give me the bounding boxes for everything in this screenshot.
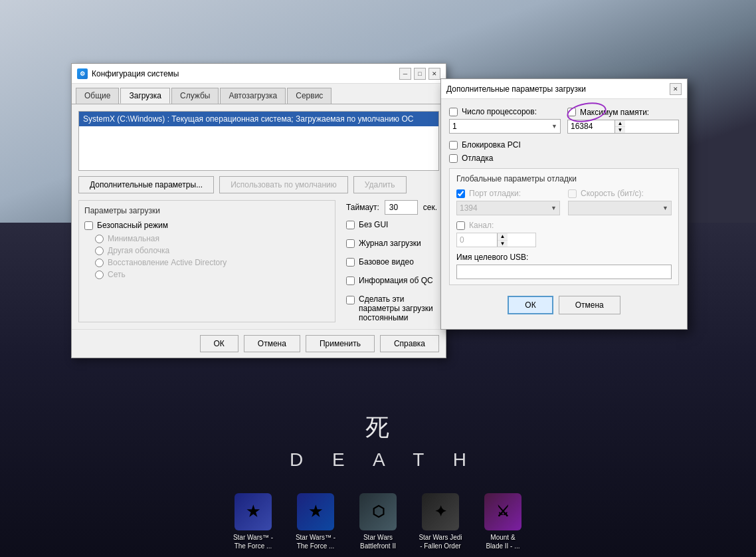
global-title: Глобальные параметры отладки [456, 174, 672, 183]
checkbox-persistent[interactable] [346, 296, 355, 304]
adv-top-row: Число процессоров: 1 ▼ Максимум памяти: … [449, 107, 679, 134]
taskbar-icon-sw2[interactable]: ★ Star Wars™ -The Force ... [290, 493, 341, 550]
speed-select: ▼ [568, 201, 672, 215]
debug-row: Отладка [449, 154, 679, 163]
taskbar-icon-img-swj: ✦ [422, 493, 459, 530]
taskbar-icon-swj[interactable]: ✦ Star Wars Jedi- Fallen Order [415, 493, 466, 550]
timeout-unit: сек. [423, 203, 437, 212]
checkbox-processors[interactable] [449, 108, 458, 116]
maxmem-input[interactable] [568, 120, 614, 133]
tab-general[interactable]: Общие [76, 88, 119, 104]
checkbox-pci[interactable] [449, 141, 458, 150]
radio-minimal-label: Минимальная [108, 234, 159, 243]
processors-label-text: Число процессоров: [462, 107, 537, 116]
taskbar-icon-img-sw2: ★ [297, 493, 334, 530]
footer-cancel-btn[interactable]: Отмена [244, 335, 300, 352]
footer-help-btn[interactable]: Справка [380, 335, 439, 352]
btn-default[interactable]: Использовать по умолчанию [219, 176, 348, 193]
tab-service[interactable]: Сервис [287, 88, 331, 104]
video-row: Базовое видео [346, 257, 439, 267]
radio-network-input[interactable] [95, 271, 104, 279]
params-title: Параметры загрузки [84, 206, 330, 215]
adv-checkboxes-row: Блокировка PCI Отладка [449, 140, 679, 163]
sysconfg-maximize-btn[interactable]: □ [414, 68, 426, 80]
advanced-cancel-btn[interactable]: Отмена [559, 296, 620, 314]
pci-row: Блокировка PCI [449, 140, 679, 150]
checkbox-safe[interactable] [84, 221, 93, 230]
usb-label: Имя целевого USB: [456, 253, 672, 262]
global-channel-label: Канал: [456, 221, 672, 230]
log-row: Журнал загрузки [346, 239, 439, 248]
adv-processors-label: Число процессоров: [449, 107, 561, 116]
timeout-input[interactable] [385, 200, 418, 215]
port-label-text: Порт отладки: [469, 189, 521, 198]
processors-select[interactable]: 1 ▼ [449, 119, 561, 134]
radio-ad-input[interactable] [95, 259, 104, 267]
checkbox-log[interactable] [346, 239, 355, 248]
sysconfg-close-btn[interactable]: ✕ [428, 68, 440, 80]
speed-label-text: Скорость (бит/с): [581, 189, 644, 198]
death-kanji: 死 [0, 411, 756, 444]
action-buttons: Дополнительные параметры... Использовать… [78, 176, 439, 193]
sysconfg-tabs: Общие Загрузка Службы Автозагрузка Серви… [72, 84, 446, 104]
checkbox-debug[interactable] [449, 154, 458, 163]
boot-list[interactable]: SystemX (C:\Windows) : Текущая операцион… [78, 111, 439, 171]
usb-input[interactable] [456, 265, 672, 279]
checkbox-nogui[interactable] [346, 221, 355, 229]
sysconfg-minimize-btn[interactable]: ─ [399, 68, 411, 80]
taskbar-icon-sw1[interactable]: ★ Star Wars™ -The Force ... [227, 493, 279, 550]
adv-processors-group: Число процессоров: 1 ▼ [449, 107, 561, 134]
processors-arrow: ▼ [551, 123, 557, 130]
checkbox-port[interactable] [456, 189, 465, 198]
sysconfg-window: ⚙ Конфигурация системы ─ □ ✕ Общие Загру… [71, 63, 446, 358]
btn-delete[interactable]: Удалить [353, 176, 407, 193]
checkbox-video[interactable] [346, 258, 355, 267]
radio-other-input[interactable] [95, 247, 104, 255]
channel-spinbox: ▲ ▼ [456, 233, 536, 247]
checkbox-maxmem[interactable] [567, 108, 576, 116]
taskbar-icon-img-mb: ⚔ [484, 493, 521, 530]
adv-maxmem-label: Максимум памяти: [567, 108, 679, 117]
advanced-close-btn[interactable]: ✕ [670, 83, 682, 95]
sysconfg-footer: ОК Отмена Применить Справка [72, 329, 446, 358]
death-logo: 死 D E A T H [0, 411, 756, 471]
advanced-body: Число процессоров: 1 ▼ Максимум памяти: … [441, 99, 687, 329]
radio-minimal-input[interactable] [95, 235, 104, 243]
right-checkboxes: Без GUI Журнал загрузки Базовое видео Ин… [346, 220, 439, 322]
radio-other: Другая оболочка [95, 246, 330, 255]
tab-boot[interactable]: Загрузка [120, 88, 170, 104]
port-value: 1394 [460, 203, 478, 213]
maxmem-spinbox: ▲ ▼ [567, 120, 679, 134]
maxmem-label-text: Максимум памяти: [580, 108, 649, 117]
global-speed-group: Скорость (бит/с): ▼ [568, 189, 672, 215]
maxmem-down-btn[interactable]: ▼ [615, 127, 625, 133]
boot-params-left: Параметры загрузки Безопасный режим Мини… [78, 200, 335, 322]
tab-services[interactable]: Службы [171, 88, 219, 104]
global-speed-label: Скорость (бит/с): [568, 189, 672, 198]
advanced-ok-btn[interactable]: ОК [508, 296, 553, 314]
global-port-group: Порт отладки: 1394 ▼ [456, 189, 560, 215]
boot-list-item[interactable]: SystemX (C:\Windows) : Текущая операцион… [79, 112, 438, 126]
advanced-window: Дополнительные параметры загрузки ✕ Числ… [440, 78, 688, 330]
taskbar-icon-mb[interactable]: ⚔ Mount &Blade II - ... [477, 493, 529, 550]
checkbox-qc[interactable] [346, 277, 355, 285]
tab-autostart[interactable]: Автозагрузка [220, 88, 286, 104]
log-label: Журнал загрузки [359, 239, 421, 248]
channel-down-btn[interactable]: ▼ [498, 241, 508, 247]
maxmem-spinbox-btns: ▲ ▼ [614, 120, 625, 133]
btn-advanced[interactable]: Дополнительные параметры... [78, 176, 214, 193]
checkbox-speed[interactable] [568, 189, 577, 198]
port-select[interactable]: 1394 ▼ [456, 201, 560, 215]
channel-input[interactable] [457, 233, 497, 247]
footer-apply-btn[interactable]: Применить [306, 335, 375, 352]
maxmem-up-btn[interactable]: ▲ [615, 120, 625, 127]
pci-label: Блокировка PCI [462, 140, 521, 150]
checkbox-channel[interactable] [456, 221, 465, 230]
radio-network: Сеть [95, 270, 330, 279]
nogui-label: Без GUI [359, 220, 388, 229]
taskbar-icon-swb[interactable]: ⬡ Star WarsBattlefront II [352, 493, 404, 550]
channel-up-btn[interactable]: ▲ [498, 233, 508, 241]
video-label: Базовое видео [359, 257, 414, 267]
advanced-footer: ОК Отмена [449, 292, 679, 321]
footer-ok-btn[interactable]: ОК [200, 335, 238, 352]
